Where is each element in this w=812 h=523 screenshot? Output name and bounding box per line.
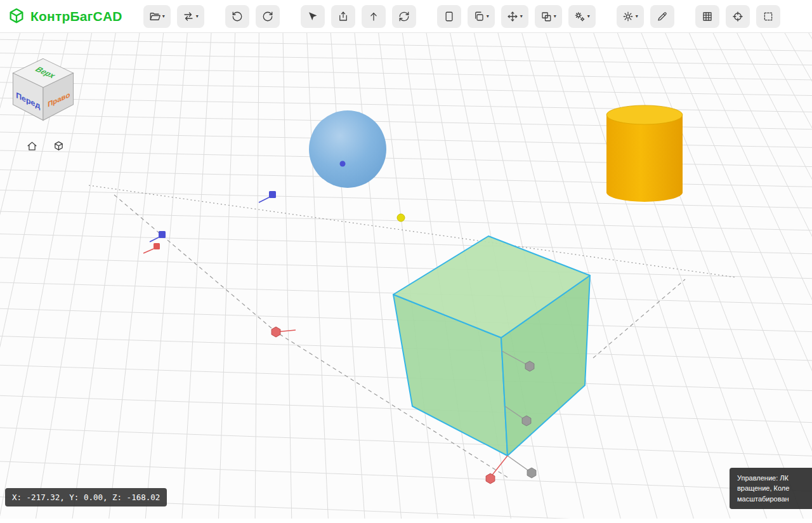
handle-red[interactable]	[154, 243, 160, 249]
new-document-button[interactable]	[437, 5, 461, 28]
handle-yellow[interactable]	[397, 214, 405, 222]
caret-down-icon: ▾	[520, 14, 523, 19]
caret-down-icon: ▾	[636, 14, 638, 19]
pencil-icon	[657, 11, 668, 22]
move-up-button[interactable]	[362, 5, 386, 28]
toolbar-group-tools	[301, 5, 416, 28]
redo-button[interactable]	[256, 5, 280, 28]
handle-gray-hex[interactable]	[525, 361, 534, 371]
home-view-button[interactable]	[24, 138, 39, 154]
grid-toggle-button[interactable]	[695, 5, 719, 28]
import-export-button[interactable]: ▾	[177, 5, 204, 28]
caret-down-icon: ▾	[554, 14, 556, 19]
handle-blue[interactable]	[269, 191, 276, 198]
cylinder-top	[606, 105, 683, 124]
app-title: КонтрБагCAD	[30, 9, 122, 24]
cube-icon	[53, 141, 64, 152]
duplicate-icon	[540, 11, 552, 22]
hint-line: вращение, Коле	[737, 483, 812, 494]
cursor-icon	[307, 11, 318, 22]
caret-down-icon: ▾	[587, 14, 590, 19]
gears-icon	[574, 11, 586, 22]
settings-button[interactable]: ▾	[617, 5, 644, 28]
snap-target-button[interactable]	[726, 5, 750, 28]
toolbar-group-settings: ▾	[617, 5, 674, 28]
view-nav-buttons	[24, 138, 66, 154]
caret-down-icon: ▾	[196, 14, 199, 19]
logo-cube-icon	[8, 8, 25, 25]
refresh-button[interactable]	[392, 5, 416, 28]
duplicate-button[interactable]: ▾	[535, 5, 562, 28]
handle-gray-hex[interactable]	[522, 416, 531, 426]
handle-red-hex[interactable]	[272, 327, 280, 337]
copy-icon	[473, 11, 485, 22]
sphere-origin-point[interactable]	[340, 161, 346, 167]
hint-line: Управление: ЛК	[737, 473, 812, 484]
export-model-button[interactable]	[331, 5, 355, 28]
undo-icon	[232, 11, 243, 22]
scene-canvas	[0, 33, 812, 519]
ground-grid	[0, 33, 812, 519]
toolbar-group-history	[225, 5, 280, 28]
swap-arrows-icon	[183, 11, 194, 22]
toolbar: КонтрБагCAD ▾ ▾	[0, 0, 812, 33]
sphere-object[interactable]	[309, 110, 386, 188]
move-tool-button[interactable]: ▾	[501, 5, 528, 28]
operations-button[interactable]: ▾	[568, 5, 596, 28]
cylinder-object[interactable]	[606, 105, 683, 202]
crosshair-icon	[732, 11, 743, 22]
construction-line-dashed-right	[593, 279, 685, 358]
bottom-strip	[0, 519, 812, 523]
toolbar-group-file: ▾ ▾	[143, 5, 204, 28]
undo-button[interactable]	[225, 5, 249, 28]
handle-blue[interactable]	[159, 231, 166, 238]
viewport-3d[interactable]: Верх Перед Право X: -217.32, Y: 0.00, Z:…	[0, 33, 812, 523]
toolbar-group-edit: ▾ ▾ ▾	[437, 5, 596, 28]
copy-button[interactable]: ▾	[468, 5, 495, 28]
home-icon	[27, 141, 37, 152]
coordinates-readout: X: -217.32, Y: 0.00, Z: -168.02	[5, 488, 167, 506]
caret-down-icon: ▾	[487, 14, 489, 19]
view-cube[interactable]: Верх Перед Право	[4, 51, 82, 129]
select-tool-button[interactable]	[301, 5, 325, 28]
handle-red-hex[interactable]	[486, 473, 495, 484]
refresh-icon	[398, 11, 410, 22]
folder-open-icon	[149, 11, 160, 22]
isometric-view-button[interactable]	[51, 138, 66, 154]
hint-line: масштабирован	[737, 494, 812, 505]
cylinder-body	[606, 115, 683, 193]
caret-down-icon: ▾	[162, 14, 165, 19]
app-window: КонтрБагCAD ▾ ▾	[0, 0, 812, 523]
toolbar-group-view	[695, 5, 780, 28]
selection-frame-button[interactable]	[756, 5, 780, 28]
move-arrows-icon	[507, 11, 518, 22]
controls-hint: Управление: ЛК вращение, Коле масштабиро…	[730, 468, 812, 510]
selection-box-icon	[763, 11, 774, 22]
arrow-up-icon	[368, 11, 379, 22]
grid-icon	[702, 11, 713, 22]
box-arrow-up-icon	[337, 11, 349, 22]
app-logo: КонтрБагCAD	[8, 8, 122, 25]
page-icon	[443, 11, 455, 22]
gear-icon	[622, 11, 634, 22]
handle-gray-hex[interactable]	[527, 468, 536, 478]
open-file-button[interactable]: ▾	[143, 5, 171, 28]
measure-button[interactable]	[650, 5, 674, 28]
box-object-selected[interactable]	[393, 236, 590, 456]
redo-icon	[262, 11, 273, 22]
